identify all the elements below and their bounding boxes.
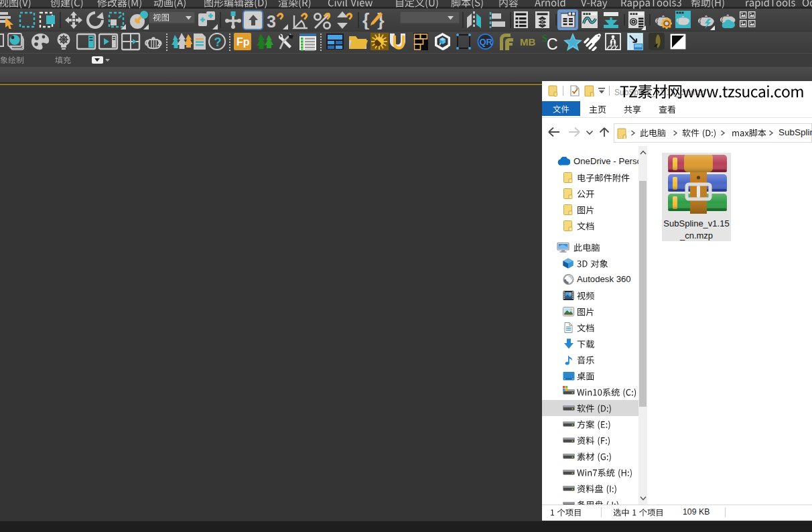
svg-text:Fp: Fp [236, 36, 250, 48]
svg-text:?: ? [214, 36, 222, 49]
svg-text:C: C [547, 36, 558, 51]
svg-text:QR: QR [480, 37, 493, 47]
svg-text:MB: MB [520, 36, 535, 48]
svg-text:3: 3 [267, 12, 276, 29]
svg-text:{: { [362, 10, 370, 29]
